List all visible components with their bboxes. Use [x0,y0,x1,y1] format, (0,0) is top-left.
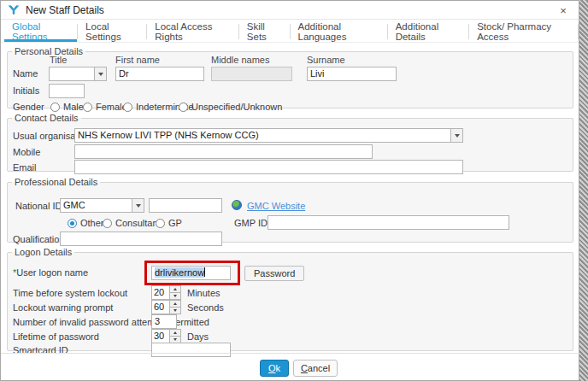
radio-icon [68,219,77,228]
surname-column-label: Surname [307,55,345,65]
email-label: Email [13,162,37,173]
spin-down-icon[interactable] [170,308,181,314]
tab-additional-details[interactable]: Additional Details [388,24,469,39]
spin-up-icon[interactable] [170,300,181,308]
chevron-down-icon[interactable] [450,129,462,142]
surname-input[interactable]: Livi [307,67,397,81]
spin-down-icon[interactable] [170,293,181,300]
first-name-input[interactable]: Dr [115,67,204,81]
logon-details-title: Logon Details [12,247,74,257]
role-radio-consultant[interactable]: Consultant [103,217,161,229]
qualifications-input[interactable] [60,232,222,246]
tab-bar: Global Settings Local Settings Local Acc… [1,21,579,43]
spin-up-icon[interactable] [170,329,181,337]
user-logon-name-label: *User logon name [13,267,88,278]
role-gp-label: GP [168,218,182,228]
spinner-value[interactable]: 20 [151,285,170,300]
tab-local-settings[interactable]: Local Settings [78,24,147,39]
spinner-value[interactable]: 30 [151,329,170,343]
gender-unspecified-label: Unspecified/Unknown [191,102,282,112]
professional-details-group: Professional Details National ID GMC GMC… [7,177,573,243]
gmp-id-label: GMP ID [234,218,268,229]
spin-up-icon[interactable] [170,285,181,293]
radio-icon [50,103,60,112]
close-icon[interactable]: × [555,3,572,18]
usual-organisation-select[interactable]: NHS Kernow LIVI TPP (NHS Kernow CCG) [74,128,463,143]
tab-additional-languages[interactable]: Additional Languages [291,24,388,39]
password-lifetime-spinner[interactable]: 30 [151,329,181,343]
radio-icon [156,219,165,228]
gender-male-label: Male [63,102,84,112]
title-column-label: Title [50,55,67,65]
ok-button[interactable]: Ok [260,360,289,377]
national-id-label: National ID [15,201,62,212]
middle-names-input [211,67,292,81]
invalid-attempts-label: Number of invalid password attempts perm… [13,317,209,328]
mobile-input[interactable] [74,144,373,159]
smartcard-id-input[interactable] [151,343,231,357]
chevron-down-icon[interactable] [94,67,106,80]
globe-icon [232,200,242,210]
tab-stock-pharmacy-access[interactable]: Stock/ Pharmacy Access [469,24,579,39]
national-id-type-value: GMC [63,200,85,210]
middle-names-column-label: Middle names [211,55,269,65]
password-lifetime-label: Lifetime of password [13,331,99,343]
lockout-time-label: Time before system lockout [13,288,127,299]
logon-details-group: Logon Details *User logon name drliviker… [7,247,573,351]
usual-organisation-value: NHS Kernow LIVI TPP (NHS Kernow CCG) [78,130,259,140]
radio-icon [83,103,92,112]
professional-details-title: Professional Details [12,177,100,187]
national-id-input[interactable] [149,198,222,213]
contact-details-title: Contact Details [12,113,81,123]
annotation-highlight [144,261,240,285]
app-icon [8,4,20,16]
gender-radio-unspecified[interactable]: Unspecified/Unknown [179,101,282,113]
title-select[interactable] [49,67,107,81]
new-staff-details-dialog: New Staff Details × Global Settings Loca… [0,0,579,381]
title-bar: New Staff Details × [1,1,579,20]
radio-icon [123,103,132,112]
tab-local-access-rights[interactable]: Local Access Rights [147,24,239,39]
seconds-unit-label: Seconds [187,302,224,314]
gmp-id-input[interactable] [268,215,509,230]
mobile-label: Mobile [13,147,40,158]
desktop-background-strip [579,0,588,381]
personal-details-group: Personal Details Title First name Middle… [7,46,573,108]
role-consultant-label: Consultant [115,218,161,228]
lockout-time-spinner[interactable]: 20 [151,285,181,300]
tab-global-settings[interactable]: Global Settings [4,24,78,39]
first-name-column-label: First name [115,55,160,65]
name-label: Name [13,68,38,79]
role-radio-gp[interactable]: GP [156,217,182,229]
minutes-unit-label: Minutes [187,288,220,299]
invalid-attempts-input[interactable]: 3 [151,314,177,329]
gender-label: Gender [13,102,44,113]
initials-label: Initials [13,85,39,97]
gender-radio-male[interactable]: Male [50,101,84,113]
footer-divider [1,353,580,354]
contact-details-group: Contact Details Usual organisation NHS K… [7,113,573,172]
days-unit-label: Days [187,331,209,343]
chevron-down-icon[interactable] [132,199,144,212]
radio-icon [103,219,112,228]
radio-icon [179,103,188,112]
gender-radio-female[interactable]: Female [83,101,127,113]
role-other-label: Other [80,218,104,228]
national-id-type-select[interactable]: GMC [60,198,144,213]
smartcard-id-label: Smartcard ID [13,345,68,356]
spinner-value[interactable]: 60 [151,300,170,314]
initials-input[interactable] [49,84,85,98]
lockout-warning-label: Lockout warning prompt [13,302,113,314]
role-radio-other[interactable]: Other [68,217,104,229]
email-input[interactable] [74,160,463,174]
lockout-warning-spinner[interactable]: 60 [151,300,181,314]
gmc-website-link[interactable]: GMC Website [247,201,305,211]
window-title: New Staff Details [26,4,104,16]
tab-skill-sets[interactable]: Skill Sets [239,24,291,39]
password-button[interactable]: Password [244,266,304,281]
cancel-button[interactable]: Cancel [293,360,338,377]
